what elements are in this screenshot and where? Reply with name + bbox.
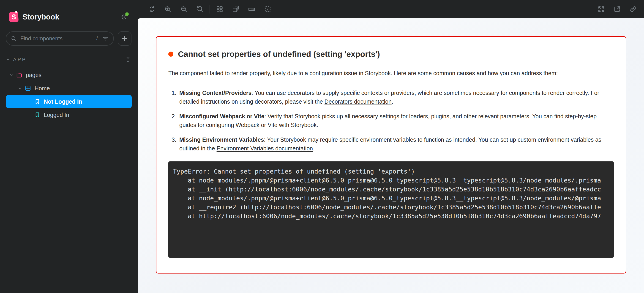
outline-icon[interactable] [264, 6, 272, 13]
search-row: / [0, 22, 138, 46]
stack-trace-block[interactable]: TypeError: Cannot set properties of unde… [168, 161, 614, 258]
stack-line: TypeError: Cannot set properties of unde… [173, 167, 614, 176]
doc-link[interactable]: Environment Variables documentation [217, 145, 313, 152]
doc-link[interactable]: Decorators documentation [324, 98, 392, 105]
toolbar-left-group [148, 6, 204, 13]
cause-term: Missing Environment Variables [179, 136, 264, 143]
tree-item-label: Home [34, 85, 50, 92]
zoom-in-icon[interactable] [164, 6, 172, 13]
search-shortcut-hint: / [96, 35, 98, 42]
logo-letter: S [11, 13, 16, 21]
stack-line: at __require2 (http://localhost:6006/nod… [173, 203, 614, 212]
stack-line: at http://localhost:6006/node_modules/.c… [173, 212, 614, 220]
tree-item-label: Logged In [44, 112, 69, 118]
stack-line: at node_modules/.pnpm/@prisma+client@6.5… [173, 194, 614, 203]
plus-icon [121, 35, 128, 42]
fullscreen-icon[interactable] [598, 6, 605, 13]
toolbar-divider [210, 5, 210, 14]
stack-line: at __init (http://localhost:6006/node_mo… [173, 185, 614, 194]
chevron-down-icon[interactable] [6, 57, 10, 62]
tree-folder-pages[interactable]: pages [6, 69, 132, 81]
create-story-button[interactable] [118, 32, 132, 46]
tree-story-logged-in[interactable]: Logged In [6, 108, 132, 121]
component-icon [25, 85, 31, 92]
doc-link[interactable]: Vite [268, 122, 278, 128]
search-box[interactable]: / [6, 32, 114, 46]
search-icon [11, 36, 17, 42]
storybook-logo-icon[interactable]: S [9, 12, 18, 22]
viewport-icon[interactable] [232, 6, 239, 13]
search-input[interactable] [20, 35, 93, 42]
folder-icon [16, 72, 22, 78]
error-dot-icon [168, 52, 173, 57]
settings-button[interactable] [120, 13, 128, 21]
remount-icon[interactable] [148, 6, 156, 13]
tree-item-label: pages [26, 72, 42, 78]
main-area: Cannot set properties of undefined (sett… [138, 0, 644, 293]
grid-toggle-icon[interactable] [216, 6, 223, 13]
notification-dot [125, 12, 129, 16]
measure-icon[interactable] [248, 6, 255, 13]
component-tree: pages Home Not Logged In [0, 68, 138, 122]
error-title-row: Cannot set properties of undefined (sett… [168, 50, 614, 59]
error-cause-item: Missing Environment Variables: Your Stor… [178, 135, 614, 153]
preview-canvas: Cannot set properties of undefined (sett… [138, 18, 644, 293]
bookmark-icon [34, 112, 40, 118]
error-cause-item: Missing Context/Providers: You can use d… [178, 89, 614, 106]
sidebar-section-app: APP [0, 46, 138, 63]
logo-notch [15, 11, 17, 13]
sidebar: S Storybook / [0, 0, 138, 293]
tree-item-label: Not Logged In [44, 98, 82, 105]
chevron-down-icon[interactable] [9, 73, 13, 77]
error-cause-item: Misconfigured Webpack or Vite: Verify th… [178, 112, 614, 129]
open-new-tab-icon[interactable] [614, 6, 621, 13]
error-intro: The component failed to render properly,… [168, 69, 614, 78]
tree-component-home[interactable]: Home [6, 82, 132, 95]
filter-icon[interactable] [102, 36, 108, 42]
chevron-down-icon[interactable] [18, 86, 22, 90]
cause-term: Missing Context/Providers [179, 90, 252, 96]
collapse-all-icon[interactable] [125, 56, 131, 63]
doc-link[interactable]: Webpack [236, 122, 260, 128]
tree-story-not-logged-in[interactable]: Not Logged In [6, 95, 132, 108]
brand-title[interactable]: Storybook [22, 13, 59, 21]
bookmark-icon [34, 99, 40, 105]
toolbar-right-group [598, 6, 637, 13]
zoom-out-icon[interactable] [180, 6, 188, 13]
zoom-reset-icon[interactable] [196, 6, 204, 13]
stack-line: at node_modules/.pnpm/@prisma+client@6.5… [173, 176, 614, 185]
error-title: Cannot set properties of undefined (sett… [178, 50, 380, 59]
render-error-panel: Cannot set properties of undefined (sett… [156, 36, 626, 273]
toolbar-addons-group [216, 6, 272, 13]
error-causes-list: Missing Context/Providers: You can use d… [168, 89, 614, 153]
canvas-toolbar [138, 0, 644, 18]
cause-term: Misconfigured Webpack or Vite [179, 113, 264, 119]
brand-row: S Storybook [0, 0, 138, 22]
section-label: APP [13, 57, 26, 63]
copy-link-icon[interactable] [630, 6, 637, 13]
